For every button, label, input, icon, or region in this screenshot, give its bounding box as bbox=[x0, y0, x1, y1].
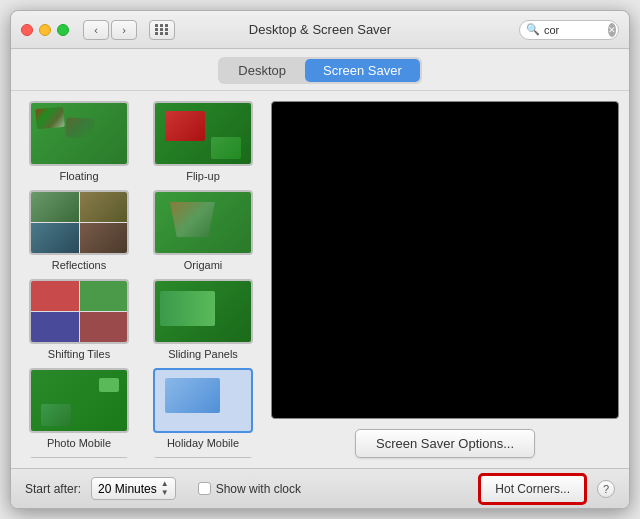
list-item[interactable]: Flip-up bbox=[145, 101, 261, 182]
main-window: ‹ › Desktop & Screen Saver 🔍 ✕ Desktop S… bbox=[10, 10, 630, 509]
screensaver-thumb-shifting bbox=[29, 279, 129, 344]
list-item[interactable]: Reflections bbox=[21, 190, 137, 271]
tabs-bar: Desktop Screen Saver bbox=[11, 49, 629, 91]
preview-screen bbox=[271, 101, 619, 419]
preview-area: Screen Saver Options... bbox=[271, 101, 619, 458]
list-item[interactable] bbox=[145, 457, 261, 458]
screen-saver-options-button[interactable]: Screen Saver Options... bbox=[355, 429, 535, 458]
traffic-lights bbox=[21, 24, 69, 36]
screensaver-list: Floating Flip-up Reflections Origami bbox=[21, 101, 261, 458]
list-item[interactable]: Holiday Mobile bbox=[145, 368, 261, 449]
start-after-label: Start after: bbox=[25, 482, 81, 496]
screensaver-label-sliding: Sliding Panels bbox=[168, 348, 238, 360]
list-item[interactable] bbox=[21, 457, 137, 458]
show-with-clock-area[interactable]: Show with clock bbox=[198, 482, 301, 496]
screensaver-thumb-holiday-mobile bbox=[153, 368, 253, 433]
screensaver-label-photo-mobile: Photo Mobile bbox=[47, 437, 111, 449]
window-title: Desktop & Screen Saver bbox=[249, 22, 391, 37]
screensaver-thumb-partial2 bbox=[153, 457, 253, 458]
search-clear-button[interactable]: ✕ bbox=[608, 23, 616, 37]
screensaver-thumb-photo-mobile bbox=[29, 368, 129, 433]
list-item[interactable]: Shifting Tiles bbox=[21, 279, 137, 360]
select-arrows-icon: ▲ ▼ bbox=[161, 480, 169, 497]
start-after-select[interactable]: 20 Minutes ▲ ▼ bbox=[91, 477, 176, 500]
tab-screen-saver[interactable]: Screen Saver bbox=[305, 59, 420, 82]
grid-icon bbox=[155, 24, 169, 35]
maximize-button[interactable] bbox=[57, 24, 69, 36]
show-with-clock-checkbox[interactable] bbox=[198, 482, 211, 495]
bottom-bar: Start after: 20 Minutes ▲ ▼ Show with cl… bbox=[11, 468, 629, 508]
show-with-clock-label: Show with clock bbox=[216, 482, 301, 496]
screensaver-thumb-floating bbox=[29, 101, 129, 166]
minimize-button[interactable] bbox=[39, 24, 51, 36]
screensaver-thumb-flipup bbox=[153, 101, 253, 166]
screensaver-thumb-reflections bbox=[29, 190, 129, 255]
screensaver-label-floating: Floating bbox=[59, 170, 98, 182]
screensaver-label-reflections: Reflections bbox=[52, 259, 106, 271]
screensaver-label-flipup: Flip-up bbox=[186, 170, 220, 182]
list-item[interactable]: Floating bbox=[21, 101, 137, 182]
list-item[interactable]: Photo Mobile bbox=[21, 368, 137, 449]
screensaver-label-shifting: Shifting Tiles bbox=[48, 348, 110, 360]
screensaver-thumb-sliding bbox=[153, 279, 253, 344]
grid-button[interactable] bbox=[149, 20, 175, 40]
hot-corners-button[interactable]: Hot Corners... bbox=[478, 473, 587, 505]
screensaver-label-holiday-mobile: Holiday Mobile bbox=[167, 437, 239, 449]
list-item[interactable]: Origami bbox=[145, 190, 261, 271]
screensaver-thumb-partial1 bbox=[29, 457, 129, 458]
tab-group: Desktop Screen Saver bbox=[218, 57, 421, 84]
search-input[interactable] bbox=[544, 24, 604, 36]
tab-desktop[interactable]: Desktop bbox=[220, 59, 304, 82]
main-content: Floating Flip-up Reflections Origami bbox=[11, 91, 629, 468]
start-after-value: 20 Minutes bbox=[98, 482, 157, 496]
back-button[interactable]: ‹ bbox=[83, 20, 109, 40]
forward-button[interactable]: › bbox=[111, 20, 137, 40]
help-button[interactable]: ? bbox=[597, 480, 615, 498]
screensaver-thumb-origami bbox=[153, 190, 253, 255]
close-button[interactable] bbox=[21, 24, 33, 36]
titlebar: ‹ › Desktop & Screen Saver 🔍 ✕ bbox=[11, 11, 629, 49]
nav-buttons: ‹ › bbox=[83, 20, 137, 40]
screensaver-label-origami: Origami bbox=[184, 259, 223, 271]
search-box[interactable]: 🔍 ✕ bbox=[519, 20, 619, 40]
list-item[interactable]: Sliding Panels bbox=[145, 279, 261, 360]
search-icon: 🔍 bbox=[526, 23, 540, 36]
